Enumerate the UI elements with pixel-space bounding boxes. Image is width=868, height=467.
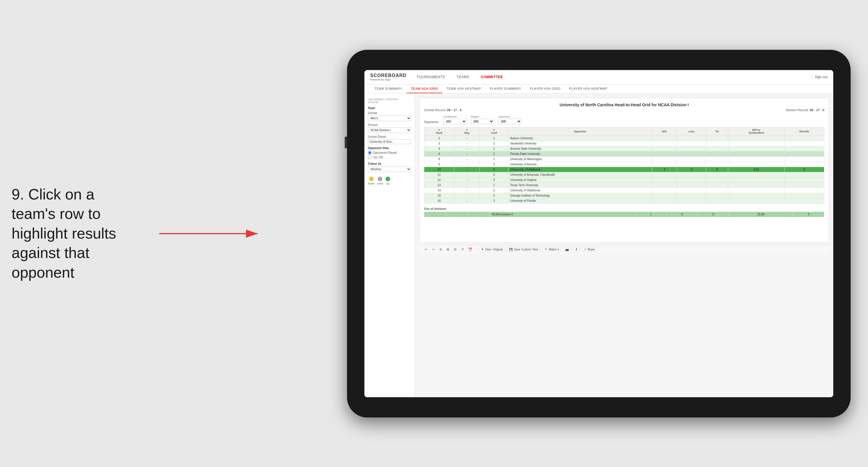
- col-opponent: Opponent: [508, 127, 652, 136]
- out-of-division-label: Out of division: [424, 207, 824, 210]
- out-div-conf: [468, 212, 490, 217]
- cancel-button[interactable]: ⊘: [438, 247, 443, 252]
- table-row[interactable]: 14-2University of Oklahoma: [424, 187, 824, 193]
- table-row[interactable]: 15-4Georgia Institute of Technology: [424, 193, 824, 198]
- table-row[interactable]: 4-1Arizona State University: [424, 146, 824, 151]
- table-row[interactable]: 11-6University of Arkansas, Fayetteville: [424, 172, 824, 177]
- tab-team-h2h-grid[interactable]: TEAM H2H GRID: [407, 85, 442, 93]
- out-of-division-row[interactable]: NCAA Division II 1 0 0 26.00 3: [424, 212, 824, 217]
- tab-player-h2h-grid[interactable]: PLAYER H2H GRID: [526, 85, 565, 93]
- filters-row: Opponents: Conference (All) Region (: [424, 115, 824, 124]
- division-select[interactable]: NCAA Division I: [368, 127, 411, 133]
- logo-sub: Powered by clippi: [370, 78, 407, 81]
- nav-separator: |: [811, 75, 812, 80]
- tab-team-summary[interactable]: TEAM SUMMARY: [370, 85, 407, 93]
- opponent-view-title: Opponent View: [368, 146, 411, 150]
- opponents-label: Opponents:: [424, 120, 439, 124]
- filter-region: Region (All): [471, 115, 494, 124]
- share-button[interactable]: ↗ Share: [582, 247, 597, 252]
- clock-button[interactable]: ⏰: [467, 247, 473, 252]
- nav-tournaments[interactable]: TOURNAMENTS: [415, 75, 446, 79]
- save-custom-button[interactable]: 💾 Save Custom View: [507, 247, 540, 252]
- legend: Down Level Up: [368, 177, 411, 185]
- colour-by-title: Colour by: [368, 162, 411, 165]
- download-button[interactable]: ⬇: [573, 247, 580, 252]
- region-filter-select[interactable]: (All): [471, 119, 494, 124]
- tablet-screen: SCOREBOARD Powered by clippi TOURNAMENTS…: [364, 70, 833, 397]
- out-div-diff: 26.00: [729, 212, 793, 217]
- table-row[interactable]: 10-5University of Alabama3002.618: [424, 167, 824, 172]
- main-content: Last Updated: 27/03/2024 16:55:38 Team G…: [364, 93, 833, 397]
- conference-filter-select[interactable]: (All): [443, 119, 467, 124]
- h2h-table: #Rank #Reg #Conf Opponent Win Loss Tie D…: [424, 127, 824, 204]
- out-of-division-section: Out of division NCAA Division II 1: [424, 207, 824, 217]
- filter-opponent: Opponent (All): [498, 115, 522, 124]
- sign-out-button[interactable]: Sign out: [815, 75, 828, 79]
- out-div-name: NCAA Division II: [490, 212, 635, 217]
- logo-area: SCOREBOARD Powered by clippi: [370, 73, 407, 81]
- tablet-frame: SCOREBOARD Powered by clippi TOURNAMENTS…: [347, 50, 850, 417]
- opponent-filter-select[interactable]: (All): [498, 119, 522, 124]
- grid-title: University of North Carolina Head-to-Hea…: [424, 103, 824, 107]
- add-button[interactable]: ⊞: [445, 247, 451, 252]
- last-updated-label: Last Updated: 27/03/2024 16:55:38: [368, 98, 411, 104]
- tab-player-summary[interactable]: PLAYER SUMMARY: [485, 85, 526, 93]
- col-conf: #Conf: [479, 127, 508, 136]
- refresh-button[interactable]: ↺: [460, 247, 465, 252]
- table-row[interactable]: 16-3University of Florida: [424, 198, 824, 203]
- nav-items: TOURNAMENTS TEAMS COMMITTEE: [415, 75, 811, 79]
- nav-teams[interactable]: TEAMS: [455, 75, 471, 79]
- table-row[interactable]: 3-2Vanderbilt University: [424, 141, 824, 146]
- col-reg: #Reg: [454, 127, 480, 136]
- watch-icon: ⏱: [545, 248, 547, 251]
- watch-button[interactable]: ⏱ Watch ▾: [542, 247, 561, 252]
- legend-down-dot: [369, 177, 374, 181]
- col-loss: Loss: [677, 127, 706, 136]
- records-row: Overall Record: 89 - 17 - 0 Division Rec…: [424, 108, 824, 112]
- sidebar: Last Updated: 27/03/2024 16:55:38 Team G…: [364, 93, 415, 397]
- table-row[interactable]: 12-3University of Virginia: [424, 177, 824, 182]
- radio-top100[interactable]: Top 100: [368, 155, 411, 159]
- camera-button[interactable]: 📷: [563, 247, 571, 252]
- view-original-button[interactable]: 👁 View: Original: [479, 247, 505, 252]
- division-label: Division: [368, 123, 411, 126]
- out-div-rank: [424, 212, 446, 217]
- tablet-side-button: [345, 137, 347, 148]
- col-win: Win: [652, 127, 677, 136]
- legend-down: Down: [368, 177, 374, 185]
- out-div-tie: 0: [698, 212, 729, 217]
- undo-button[interactable]: ↩: [424, 247, 429, 252]
- legend-up-dot: [385, 177, 390, 181]
- table-row[interactable]: 6-2Florida State University: [424, 151, 824, 156]
- tab-player-h2h-heatmap[interactable]: PLAYER H2H HEATMAP: [565, 85, 612, 93]
- radio-opponents-played[interactable]: Opponents Played: [368, 151, 411, 155]
- table-row[interactable]: 13-1Texas Tech University: [424, 182, 824, 187]
- col-rounds: Rounds: [784, 127, 824, 136]
- table-row[interactable]: 8-2University of Washington: [424, 156, 824, 162]
- legend-up: Up: [385, 177, 390, 185]
- save-icon: 💾: [509, 248, 513, 251]
- instruction-text: 9. Click on a team's row to highlight re…: [11, 185, 122, 283]
- school-label: School (Rank): [368, 135, 411, 138]
- colour-by-select[interactable]: Win/loss: [368, 167, 411, 172]
- gender-select[interactable]: Men's: [368, 116, 411, 121]
- grid-area: University of North Carolina Head-to-Hea…: [415, 93, 833, 397]
- school-input[interactable]: [368, 139, 411, 144]
- eye-icon: 👁: [481, 248, 484, 251]
- sub-nav: TEAM SUMMARY TEAM H2H GRID TEAM H2H HEAT…: [364, 85, 833, 93]
- tab-team-h2h-heatmap[interactable]: TEAM H2H HEATMAP: [442, 85, 485, 93]
- gender-label: Gender: [368, 112, 411, 115]
- team-section-title: Team: [368, 107, 411, 110]
- table-row[interactable]: 9-3University of Arizona: [424, 162, 824, 167]
- col-rank: #Rank: [424, 127, 454, 136]
- legend-level: Level: [377, 177, 383, 185]
- remove-button[interactable]: ⊟: [453, 247, 458, 252]
- top-nav: SCOREBOARD Powered by clippi TOURNAMENTS…: [364, 70, 833, 85]
- filter-conference: Conference (All): [443, 115, 467, 124]
- out-div-win: 1: [635, 212, 666, 217]
- nav-committee[interactable]: COMMITTEE: [479, 75, 504, 79]
- logo-text: SCOREBOARD: [370, 73, 407, 78]
- redo-button[interactable]: ↪: [431, 247, 436, 252]
- bottom-toolbar: ↩ ↪ ⊘ ⊞ ⊟ ↺ ⏰ | 👁 View: Original �: [420, 245, 829, 254]
- table-row[interactable]: 2-1Auburn University: [424, 136, 824, 141]
